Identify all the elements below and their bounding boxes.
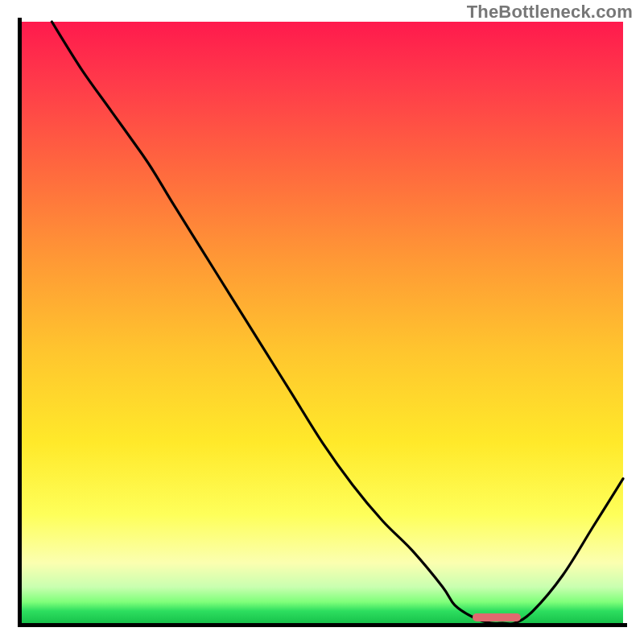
- watermark-text: TheBottleneck.com: [467, 2, 633, 23]
- optimal-marker: [473, 613, 521, 621]
- bottleneck-curve: [22, 22, 623, 623]
- plot-area: [22, 22, 623, 623]
